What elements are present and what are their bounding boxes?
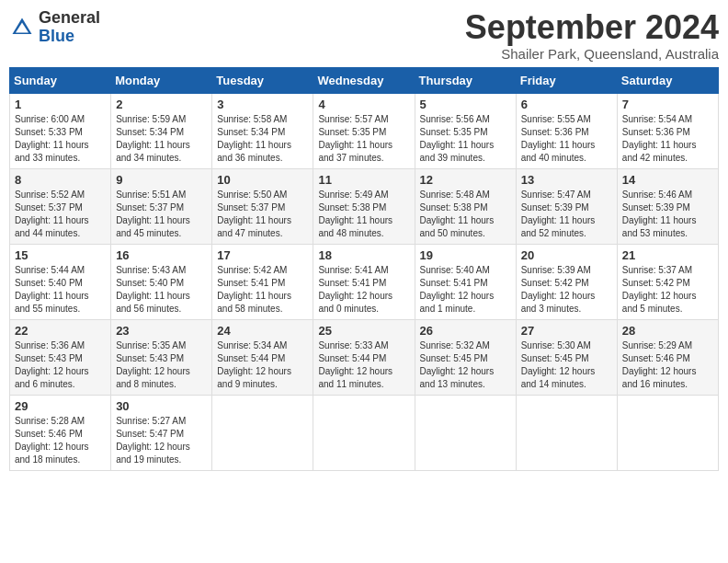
week-row-5: 29Sunrise: 5:28 AMSunset: 5:46 PMDayligh… <box>10 395 719 470</box>
day-number: 15 <box>15 248 106 262</box>
day-number: 26 <box>420 324 511 338</box>
day-info: Sunrise: 5:41 AMSunset: 5:41 PMDaylight:… <box>318 264 409 316</box>
calendar-cell: 10Sunrise: 5:50 AMSunset: 5:37 PMDayligh… <box>212 168 313 244</box>
day-number: 12 <box>420 173 511 187</box>
week-row-2: 8Sunrise: 5:52 AMSunset: 5:37 PMDaylight… <box>10 168 719 244</box>
calendar-cell: 27Sunrise: 5:30 AMSunset: 5:45 PMDayligh… <box>516 319 617 395</box>
calendar-cell <box>313 395 415 470</box>
calendar-cell: 18Sunrise: 5:41 AMSunset: 5:41 PMDayligh… <box>313 244 415 319</box>
day-info: Sunrise: 5:48 AMSunset: 5:38 PMDaylight:… <box>420 189 511 240</box>
day-number: 6 <box>521 98 612 111</box>
day-info: Sunrise: 5:55 AMSunset: 5:36 PMDaylight:… <box>521 113 612 165</box>
calendar-cell: 28Sunrise: 5:29 AMSunset: 5:46 PMDayligh… <box>617 319 718 395</box>
logo-icon <box>9 15 35 40</box>
calendar-cell: 3Sunrise: 5:58 AMSunset: 5:34 PMDaylight… <box>212 93 313 168</box>
month-title: September 2024 <box>465 9 719 46</box>
day-info: Sunrise: 5:28 AMSunset: 5:46 PMDaylight:… <box>15 415 106 466</box>
day-info: Sunrise: 5:57 AMSunset: 5:35 PMDaylight:… <box>318 113 409 165</box>
day-number: 7 <box>622 98 713 111</box>
calendar-cell: 6Sunrise: 5:55 AMSunset: 5:36 PMDaylight… <box>516 93 617 168</box>
calendar-cell: 1Sunrise: 6:00 AMSunset: 5:33 PMDaylight… <box>10 93 111 168</box>
day-info: Sunrise: 5:46 AMSunset: 5:39 PMDaylight:… <box>622 189 713 240</box>
day-info: Sunrise: 5:36 AMSunset: 5:43 PMDaylight:… <box>15 339 106 391</box>
day-info: Sunrise: 5:27 AMSunset: 5:47 PMDaylight:… <box>116 415 207 466</box>
day-number: 13 <box>521 173 612 187</box>
day-info: Sunrise: 5:35 AMSunset: 5:43 PMDaylight:… <box>116 339 207 391</box>
logo: General Blue <box>9 9 100 46</box>
day-number: 11 <box>318 173 409 187</box>
calendar-cell <box>617 395 718 470</box>
header-monday: Monday <box>111 67 212 93</box>
logo-text: General Blue <box>39 9 100 46</box>
calendar-cell: 25Sunrise: 5:33 AMSunset: 5:44 PMDayligh… <box>313 319 415 395</box>
day-info: Sunrise: 6:00 AMSunset: 5:33 PMDaylight:… <box>15 113 106 165</box>
calendar-cell: 9Sunrise: 5:51 AMSunset: 5:37 PMDaylight… <box>111 168 212 244</box>
calendar-cell: 29Sunrise: 5:28 AMSunset: 5:46 PMDayligh… <box>10 395 111 470</box>
day-number: 17 <box>217 248 308 262</box>
day-number: 27 <box>521 324 612 338</box>
day-info: Sunrise: 5:44 AMSunset: 5:40 PMDaylight:… <box>15 264 106 316</box>
day-number: 23 <box>116 324 207 338</box>
calendar-cell: 20Sunrise: 5:39 AMSunset: 5:42 PMDayligh… <box>516 244 617 319</box>
day-info: Sunrise: 5:49 AMSunset: 5:38 PMDaylight:… <box>318 189 409 240</box>
calendar-cell: 14Sunrise: 5:46 AMSunset: 5:39 PMDayligh… <box>617 168 718 244</box>
header-friday: Friday <box>516 67 617 93</box>
day-info: Sunrise: 5:29 AMSunset: 5:46 PMDaylight:… <box>622 339 713 391</box>
calendar-cell: 19Sunrise: 5:40 AMSunset: 5:41 PMDayligh… <box>415 244 516 319</box>
day-number: 16 <box>116 248 207 262</box>
header-thursday: Thursday <box>415 67 516 93</box>
day-info: Sunrise: 5:30 AMSunset: 5:45 PMDaylight:… <box>521 339 612 391</box>
day-info: Sunrise: 5:59 AMSunset: 5:34 PMDaylight:… <box>116 113 207 165</box>
header-wednesday: Wednesday <box>313 67 415 93</box>
day-info: Sunrise: 5:43 AMSunset: 5:40 PMDaylight:… <box>116 264 207 316</box>
day-info: Sunrise: 5:56 AMSunset: 5:35 PMDaylight:… <box>420 113 511 165</box>
day-info: Sunrise: 5:37 AMSunset: 5:42 PMDaylight:… <box>622 264 713 316</box>
day-info: Sunrise: 5:39 AMSunset: 5:42 PMDaylight:… <box>521 264 612 316</box>
calendar-cell: 7Sunrise: 5:54 AMSunset: 5:36 PMDaylight… <box>617 93 718 168</box>
header-sunday: Sunday <box>10 67 111 93</box>
calendar-cell: 21Sunrise: 5:37 AMSunset: 5:42 PMDayligh… <box>617 244 718 319</box>
calendar-cell: 17Sunrise: 5:42 AMSunset: 5:41 PMDayligh… <box>212 244 313 319</box>
day-info: Sunrise: 5:42 AMSunset: 5:41 PMDaylight:… <box>217 264 308 316</box>
day-number: 19 <box>420 248 511 262</box>
day-number: 2 <box>116 98 207 111</box>
calendar-cell: 30Sunrise: 5:27 AMSunset: 5:47 PMDayligh… <box>111 395 212 470</box>
page-header: General Blue September 2024 Shailer Park… <box>9 9 719 62</box>
calendar-cell: 2Sunrise: 5:59 AMSunset: 5:34 PMDaylight… <box>111 93 212 168</box>
calendar-cell <box>212 395 313 470</box>
header-saturday: Saturday <box>617 67 718 93</box>
calendar-cell: 16Sunrise: 5:43 AMSunset: 5:40 PMDayligh… <box>111 244 212 319</box>
day-info: Sunrise: 5:50 AMSunset: 5:37 PMDaylight:… <box>217 189 308 240</box>
calendar-cell: 22Sunrise: 5:36 AMSunset: 5:43 PMDayligh… <box>10 319 111 395</box>
day-number: 22 <box>15 324 106 338</box>
calendar-cell: 26Sunrise: 5:32 AMSunset: 5:45 PMDayligh… <box>415 319 516 395</box>
calendar-cell: 12Sunrise: 5:48 AMSunset: 5:38 PMDayligh… <box>415 168 516 244</box>
day-number: 10 <box>217 173 308 187</box>
calendar-cell: 13Sunrise: 5:47 AMSunset: 5:39 PMDayligh… <box>516 168 617 244</box>
day-number: 18 <box>318 248 409 262</box>
day-number: 9 <box>116 173 207 187</box>
calendar-cell: 5Sunrise: 5:56 AMSunset: 5:35 PMDaylight… <box>415 93 516 168</box>
day-info: Sunrise: 5:32 AMSunset: 5:45 PMDaylight:… <box>420 339 511 391</box>
calendar-cell: 8Sunrise: 5:52 AMSunset: 5:37 PMDaylight… <box>10 168 111 244</box>
calendar-cell <box>415 395 516 470</box>
week-row-1: 1Sunrise: 6:00 AMSunset: 5:33 PMDaylight… <box>10 93 719 168</box>
calendar-table: Sunday Monday Tuesday Wednesday Thursday… <box>9 67 719 471</box>
day-info: Sunrise: 5:54 AMSunset: 5:36 PMDaylight:… <box>622 113 713 165</box>
day-info: Sunrise: 5:58 AMSunset: 5:34 PMDaylight:… <box>217 113 308 165</box>
day-info: Sunrise: 5:34 AMSunset: 5:44 PMDaylight:… <box>217 339 308 391</box>
day-number: 14 <box>622 173 713 187</box>
day-info: Sunrise: 5:40 AMSunset: 5:41 PMDaylight:… <box>420 264 511 316</box>
day-number: 3 <box>217 98 308 111</box>
day-number: 30 <box>116 399 207 413</box>
header-tuesday: Tuesday <box>212 67 313 93</box>
day-number: 5 <box>420 98 511 111</box>
calendar-cell: 11Sunrise: 5:49 AMSunset: 5:38 PMDayligh… <box>313 168 415 244</box>
calendar-cell: 23Sunrise: 5:35 AMSunset: 5:43 PMDayligh… <box>111 319 212 395</box>
calendar-cell: 15Sunrise: 5:44 AMSunset: 5:40 PMDayligh… <box>10 244 111 319</box>
day-number: 8 <box>15 173 106 187</box>
day-number: 4 <box>318 98 409 111</box>
calendar-cell: 4Sunrise: 5:57 AMSunset: 5:35 PMDaylight… <box>313 93 415 168</box>
day-number: 1 <box>15 98 106 111</box>
day-info: Sunrise: 5:51 AMSunset: 5:37 PMDaylight:… <box>116 189 207 240</box>
